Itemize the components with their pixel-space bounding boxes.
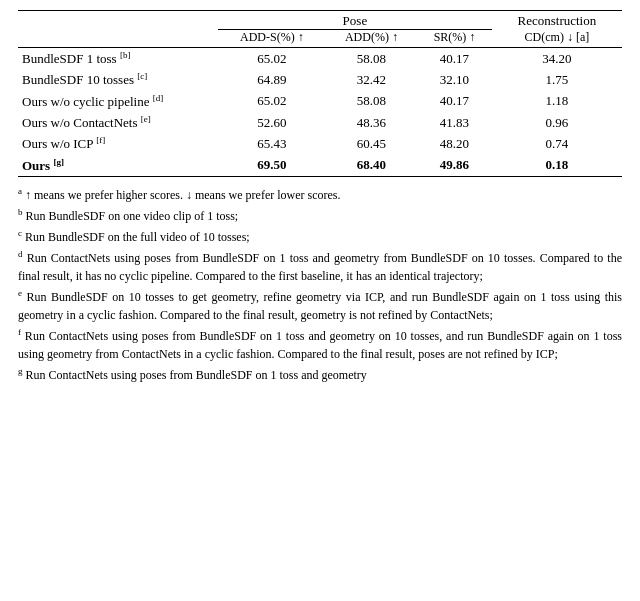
name-col-header [18,30,218,48]
table-row: Ours w/o cyclic pipeline [d]65.0258.0840… [18,91,622,112]
row-name: BundleSDF 1 toss [b] [18,48,218,70]
row-cd: 0.96 [492,112,622,133]
row-sr: 49.86 [417,155,492,177]
row-adds: 52.60 [218,112,326,133]
row-add: 60.45 [326,133,418,154]
reconstruction-group-header: Reconstruction [492,11,622,30]
footnote-b: b Run BundleSDF on one video clip of 1 t… [18,206,622,225]
row-sr: 32.10 [417,69,492,90]
footnote-c: c Run BundleSDF on the full video of 10 … [18,227,622,246]
adds-header: ADD-S(%) ↑ [218,30,326,48]
row-adds: 69.50 [218,155,326,177]
table-row: Ours w/o ContactNets [e]52.6048.3641.830… [18,112,622,133]
footnote-a: a ↑ means we prefer higher scores. ↓ mea… [18,185,622,204]
row-adds: 65.02 [218,48,326,70]
sr-header: SR(%) ↑ [417,30,492,48]
table-row: BundleSDF 1 toss [b]65.0258.0840.1734.20 [18,48,622,70]
row-cd: 1.18 [492,91,622,112]
row-cd: 1.75 [492,69,622,90]
table-row: BundleSDF 10 tosses [c]64.8932.4232.101.… [18,69,622,90]
table-row: Ours w/o ICP [f]65.4360.4548.200.74 [18,133,622,154]
row-name: Ours w/o ICP [f] [18,133,218,154]
row-add: 58.08 [326,48,418,70]
row-sr: 40.17 [417,91,492,112]
row-adds: 65.43 [218,133,326,154]
row-sr: 41.83 [417,112,492,133]
row-name: Ours w/o cyclic pipeline [d] [18,91,218,112]
table-wrapper: Pose Reconstruction ADD-S(%) ↑ ADD(%) ↑ … [18,10,622,177]
group-header-row: Pose Reconstruction [18,11,622,30]
footnote-e: e Run BundleSDF on 10 tosses to get geom… [18,287,622,324]
results-table: Pose Reconstruction ADD-S(%) ↑ ADD(%) ↑ … [18,10,622,177]
row-adds: 64.89 [218,69,326,90]
footnotes-section: a ↑ means we prefer higher scores. ↓ mea… [18,185,622,384]
row-cd: 34.20 [492,48,622,70]
table-body: BundleSDF 1 toss [b]65.0258.0840.1734.20… [18,48,622,177]
footnote-g: g Run ContactNets using poses from Bundl… [18,365,622,384]
empty-header [18,11,218,30]
row-sr: 40.17 [417,48,492,70]
row-adds: 65.02 [218,91,326,112]
row-add: 58.08 [326,91,418,112]
cd-header: CD(cm) ↓ [a] [492,30,622,48]
footnote-d: d Run ContactNets using poses from Bundl… [18,248,622,285]
row-add: 32.42 [326,69,418,90]
row-name: Ours w/o ContactNets [e] [18,112,218,133]
table-row: Ours [g]69.5068.4049.860.18 [18,155,622,177]
row-add: 48.36 [326,112,418,133]
row-sr: 48.20 [417,133,492,154]
sub-header-row: ADD-S(%) ↑ ADD(%) ↑ SR(%) ↑ CD(cm) ↓ [a] [18,30,622,48]
row-name: Ours [g] [18,155,218,177]
row-add: 68.40 [326,155,418,177]
footnote-f: f Run ContactNets using poses from Bundl… [18,326,622,363]
pose-group-header: Pose [218,11,492,30]
row-cd: 0.18 [492,155,622,177]
row-name: BundleSDF 10 tosses [c] [18,69,218,90]
row-cd: 0.74 [492,133,622,154]
add-header: ADD(%) ↑ [326,30,418,48]
